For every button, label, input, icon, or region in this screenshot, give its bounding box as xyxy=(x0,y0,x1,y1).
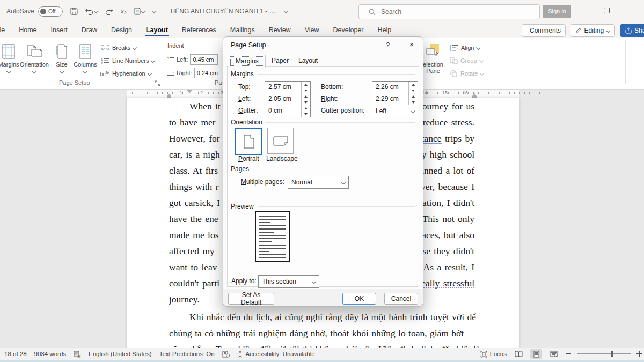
zoom-out-button[interactable] xyxy=(566,353,571,354)
align-button[interactable]: Align xyxy=(450,42,480,53)
bottom-label: Bottom: xyxy=(321,83,343,91)
gutter-field[interactable]: 0 cm xyxy=(265,105,311,117)
language-indicator[interactable]: English (United States) xyxy=(89,351,152,357)
hyphenation-button[interactable]: bca- Hyphenation xyxy=(100,68,151,79)
ok-button[interactable]: OK xyxy=(342,293,376,305)
top-spinner[interactable] xyxy=(301,82,310,93)
portrait-option[interactable] xyxy=(235,128,262,155)
columns-dropdown-icon xyxy=(83,69,87,73)
more-commands-icon[interactable] xyxy=(152,10,156,13)
page-indicator[interactable]: 18 of 28 xyxy=(4,351,27,357)
breaks-button[interactable]: Breaks xyxy=(101,42,136,53)
right-margin-field[interactable]: 2.29 cm xyxy=(372,93,418,106)
landscape-option[interactable] xyxy=(267,128,294,154)
zoom-slider-handle[interactable] xyxy=(611,351,613,357)
orientation-dropdown-icon xyxy=(32,69,36,73)
proofing-errors-icon[interactable] xyxy=(74,351,81,358)
accessibility-status[interactable]: Accessibility: Unavailable xyxy=(237,351,315,358)
ruler-number: 2 xyxy=(200,90,203,95)
tab-references[interactable]: References xyxy=(175,24,223,36)
gutter-position-dropdown[interactable]: Left xyxy=(372,105,418,117)
svg-text:2: 2 xyxy=(101,61,103,64)
zoom-in-button[interactable] xyxy=(636,351,642,357)
print-layout-button[interactable] xyxy=(530,349,542,359)
left-spinner[interactable] xyxy=(301,93,310,105)
tab-layout[interactable]: Layout xyxy=(139,24,175,36)
restore-button[interactable] xyxy=(604,8,610,13)
gutter-spinner[interactable] xyxy=(301,105,310,117)
indent-left-input[interactable]: 0.45 cm xyxy=(190,54,218,65)
document-title[interactable]: TIẾNG ANH CHUYÊN NGÀNH 1 - MỚI NHẤT - Co… xyxy=(170,8,277,15)
page-setup-dialog: Page Setup ? × Margins Paper Layout Marg… xyxy=(223,36,423,307)
size-button[interactable]: Size xyxy=(50,41,73,83)
line-numbers-icon: 12 xyxy=(101,57,109,64)
multiple-pages-dropdown[interactable]: Normal xyxy=(288,176,349,189)
editing-button[interactable]: Editing xyxy=(570,24,615,37)
dialog-tab-paper[interactable]: Paper xyxy=(265,55,295,67)
tab-developer[interactable]: Developer xyxy=(326,24,371,36)
indent-group-label: Indent xyxy=(167,42,184,49)
spelling-underline xyxy=(423,287,474,288)
editing-time-icon[interactable] xyxy=(222,351,230,358)
svg-text:1: 1 xyxy=(101,57,103,61)
align-icon xyxy=(450,45,458,51)
share-button[interactable]: Share xyxy=(620,24,644,37)
tab-home[interactable]: Home xyxy=(12,24,43,36)
web-layout-button[interactable] xyxy=(548,349,560,359)
title-dropdown-icon[interactable] xyxy=(284,10,288,13)
tab-design[interactable]: Design xyxy=(104,24,139,36)
tab-file[interactable]: File xyxy=(0,24,12,36)
dialog-help-button[interactable]: ? xyxy=(386,41,390,49)
first-line-indent-marker[interactable] xyxy=(187,89,192,93)
landscape-label: Landscape xyxy=(266,155,298,162)
line-numbers-button[interactable]: 12 Line Numbers xyxy=(101,55,155,66)
save-icon[interactable] xyxy=(70,8,78,15)
tab-insert[interactable]: Insert xyxy=(44,24,75,36)
page-setup-dialog-launcher[interactable] xyxy=(155,80,161,87)
word-count[interactable]: 9034 words xyxy=(34,351,66,357)
tab-mailings[interactable]: Mailings xyxy=(223,24,262,36)
left-label: Left: xyxy=(238,95,251,102)
text-predictions-indicator[interactable]: Text Predictions: On xyxy=(159,351,215,357)
undo-icon[interactable] xyxy=(85,8,98,15)
bottom-spinner[interactable] xyxy=(408,82,418,93)
style-icon[interactable] xyxy=(134,8,145,15)
zoom-slider[interactable] xyxy=(577,353,631,354)
indent-right-input[interactable]: 0.24 cm xyxy=(194,68,222,78)
tab-view[interactable]: View xyxy=(298,24,326,36)
right-spinner[interactable] xyxy=(408,93,418,105)
left-indent-marker[interactable] xyxy=(167,93,171,98)
search-box[interactable] xyxy=(358,4,540,19)
preview-section-header: Preview xyxy=(231,203,415,210)
landscape-icon xyxy=(273,136,289,146)
indent-left-icon xyxy=(166,57,174,63)
right-indent-marker[interactable] xyxy=(472,93,477,98)
comments-button[interactable]: Comments xyxy=(522,24,566,37)
subscript-icon[interactable]: x₂ xyxy=(121,8,127,15)
dialog-tab-layout[interactable]: Layout xyxy=(292,55,324,67)
dialog-tab-margins[interactable]: Margins xyxy=(229,55,266,68)
orientation-button[interactable]: Orientation xyxy=(14,41,55,83)
redo-icon[interactable] xyxy=(105,8,113,15)
read-mode-button[interactable] xyxy=(513,349,524,359)
toggle-knob-icon xyxy=(40,9,46,14)
columns-button[interactable]: Columns xyxy=(71,41,100,83)
sign-in-button[interactable]: Sign in xyxy=(543,5,571,18)
hyphenation-dropdown-icon xyxy=(148,71,152,76)
search-input[interactable] xyxy=(380,8,511,16)
focus-mode-button[interactable]: Focus xyxy=(480,351,507,358)
top-margin-field[interactable]: 2.57 cm xyxy=(265,81,311,94)
tab-draw[interactable]: Draw xyxy=(75,24,104,36)
tab-review[interactable]: Review xyxy=(262,24,298,36)
dialog-close-button[interactable]: × xyxy=(406,39,418,50)
selection-pane-icon xyxy=(425,41,441,59)
tab-help[interactable]: Help xyxy=(371,24,399,36)
set-as-default-button[interactable]: Set As Default xyxy=(228,293,274,305)
ribbon-tab-row: File Home Insert Draw Design Layout Refe… xyxy=(0,23,644,38)
autosave-toggle[interactable]: Off xyxy=(38,6,63,17)
left-margin-field[interactable]: 2.05 cm xyxy=(265,93,311,106)
minimize-button[interactable] xyxy=(581,11,587,11)
bottom-margin-field[interactable]: 2.26 cm xyxy=(372,81,418,94)
apply-to-dropdown[interactable]: This section xyxy=(258,275,319,288)
cancel-button[interactable]: Cancel xyxy=(384,293,418,305)
